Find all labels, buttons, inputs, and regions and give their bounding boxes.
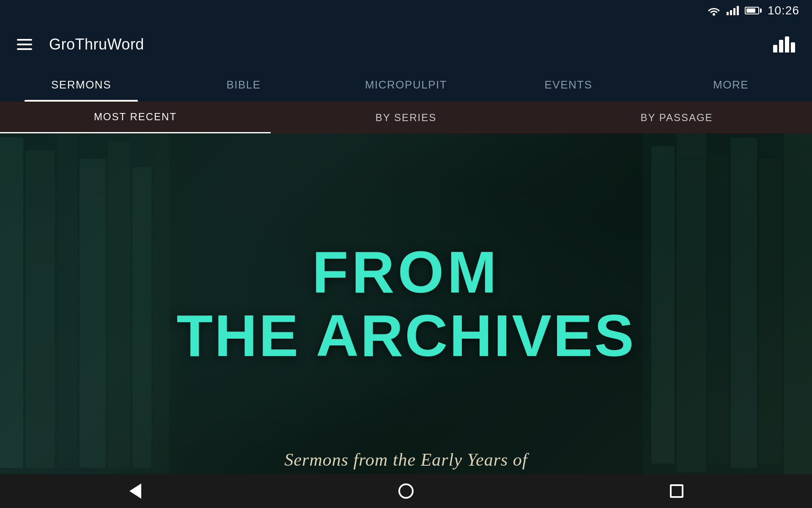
- status-bar: 10:26: [0, 0, 812, 21]
- nav-tabs: SERMONS BIBLE MICROPULPIT EVENTS MORE: [0, 68, 812, 102]
- subtab-by-passage[interactable]: BY PASSAGE: [541, 102, 812, 133]
- back-icon: [129, 483, 141, 499]
- hero-line1: FROM: [312, 243, 500, 302]
- hero-subtitle: Sermons from the Early Years of: [0, 450, 812, 474]
- tab-bible[interactable]: BIBLE: [162, 68, 325, 102]
- back-button[interactable]: [118, 478, 152, 504]
- app-title: GroThruWord: [49, 36, 144, 53]
- status-icons: 10:26: [707, 4, 799, 17]
- hero-section: FROM THE ARCHIVES Sermons from the Early…: [0, 133, 812, 474]
- wifi-icon: [707, 6, 721, 16]
- tab-micropulpit[interactable]: MICROPULPIT: [325, 68, 487, 102]
- app-bar: GroThruWord: [0, 21, 812, 68]
- hero-line2: THE ARCHIVES: [176, 306, 635, 365]
- recent-apps-icon: [670, 484, 683, 498]
- app-bar-left: GroThruWord: [17, 36, 144, 53]
- tab-sermons[interactable]: SERMONS: [0, 68, 162, 102]
- home-icon: [398, 483, 414, 499]
- sub-tabs: MOST RECENT BY SERIES BY PASSAGE: [0, 102, 812, 133]
- home-button[interactable]: [389, 478, 423, 504]
- status-time: 10:26: [768, 4, 799, 17]
- recent-apps-button[interactable]: [660, 478, 694, 504]
- tab-events[interactable]: EVENTS: [487, 68, 650, 102]
- battery-icon: [745, 7, 762, 14]
- bottom-navigation: [0, 474, 812, 508]
- subtab-by-series[interactable]: BY SERIES: [271, 102, 541, 133]
- subtab-most-recent[interactable]: MOST RECENT: [0, 102, 271, 133]
- hamburger-menu-icon[interactable]: [17, 39, 32, 50]
- tab-more[interactable]: MORE: [650, 68, 812, 102]
- analytics-icon[interactable]: [773, 36, 795, 52]
- signal-icon: [727, 6, 739, 15]
- hero-text: FROM THE ARCHIVES: [0, 133, 812, 474]
